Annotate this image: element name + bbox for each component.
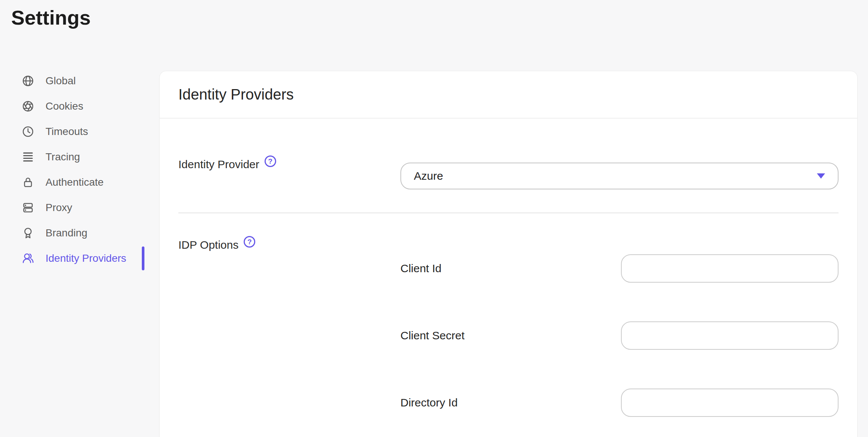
identity-provider-select[interactable]: Azure: [400, 163, 839, 189]
sidebar-item-label: Tracing: [46, 151, 80, 163]
directory-id-label: Directory Id: [400, 396, 621, 409]
sidebar-item-label: Identity Providers: [46, 252, 126, 264]
sidebar-item-label: Proxy: [46, 202, 72, 214]
help-icon[interactable]: ?: [265, 155, 276, 167]
identity-provider-selected-value: Azure: [414, 170, 443, 182]
globe-icon: [22, 75, 34, 87]
client-secret-input[interactable]: [621, 321, 839, 350]
users-icon: [22, 252, 34, 265]
server-icon: [22, 201, 34, 214]
sidebar-item-cookies[interactable]: Cookies: [0, 94, 159, 119]
sidebar-item-label: Global: [46, 75, 76, 87]
directory-id-field-row: Directory Id: [400, 389, 839, 417]
sidebar-item-branding[interactable]: Branding: [0, 220, 159, 246]
chevron-down-icon: [817, 173, 825, 179]
help-icon[interactable]: ?: [244, 236, 255, 248]
client-id-label: Client Id: [400, 262, 621, 275]
panel-body: Identity Provider ? Azure IDP Options ? …: [160, 119, 857, 417]
idp-options-row: IDP Options ? Client Id Client Secret Di…: [178, 213, 839, 417]
sidebar-item-label: Cookies: [46, 100, 83, 112]
directory-id-input[interactable]: [621, 389, 839, 417]
client-secret-field-row: Client Secret: [400, 321, 839, 350]
sidebar-item-proxy[interactable]: Proxy: [0, 195, 159, 220]
settings-layout: Global Cookies Timeouts: [0, 71, 868, 437]
client-secret-label: Client Secret: [400, 329, 621, 342]
aperture-icon: [22, 100, 34, 113]
sidebar-item-label: Authenticate: [46, 176, 104, 188]
panel-header: Identity Providers: [160, 71, 857, 119]
page-title: Settings: [0, 0, 868, 71]
sidebar-item-tracing[interactable]: Tracing: [0, 144, 159, 170]
identity-provider-row: Identity Provider ? Azure: [178, 119, 839, 213]
lock-icon: [22, 176, 34, 189]
client-id-field-row: Client Id: [400, 254, 839, 283]
tracing-lines-icon: [22, 151, 34, 163]
sidebar-item-label: Branding: [46, 227, 87, 239]
sidebar-item-timeouts[interactable]: Timeouts: [0, 119, 159, 144]
identity-providers-panel: Identity Providers Identity Provider ? A…: [159, 71, 858, 437]
clock-icon: [22, 125, 34, 138]
sidebar-item-global[interactable]: Global: [0, 68, 159, 94]
sidebar-item-authenticate[interactable]: Authenticate: [0, 170, 159, 195]
client-id-input[interactable]: [621, 254, 839, 283]
award-icon: [22, 227, 34, 239]
identity-provider-label-group: Identity Provider ?: [178, 156, 400, 171]
settings-sidebar: Global Cookies Timeouts: [0, 68, 159, 271]
idp-options-fields: Client Id Client Secret Directory Id: [400, 254, 839, 417]
idp-options-label-group: IDP Options ?: [178, 236, 400, 251]
sidebar-item-label: Timeouts: [46, 126, 88, 138]
sidebar-item-identity-providers[interactable]: Identity Providers: [0, 246, 159, 271]
idp-options-label: IDP Options: [178, 239, 238, 251]
identity-provider-label: Identity Provider: [178, 158, 259, 171]
panel-title: Identity Providers: [178, 86, 294, 103]
